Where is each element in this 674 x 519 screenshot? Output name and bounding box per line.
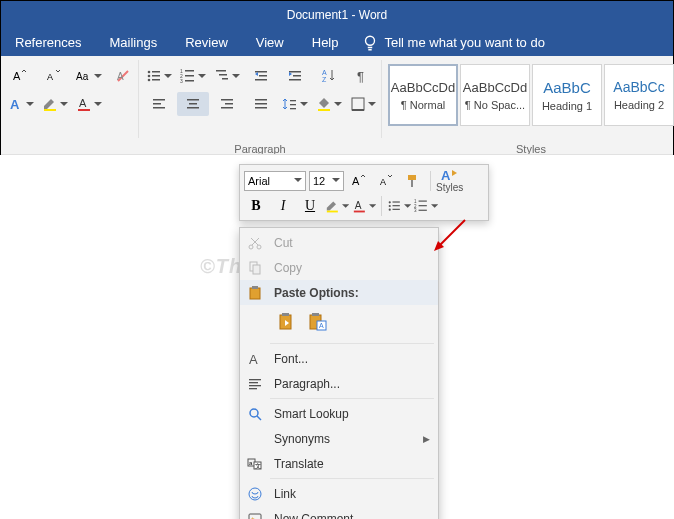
svg-text:A: A bbox=[355, 200, 362, 211]
svg-rect-37 bbox=[189, 103, 197, 105]
comment-icon: + bbox=[244, 510, 266, 520]
svg-rect-75 bbox=[250, 288, 260, 299]
svg-point-88 bbox=[250, 409, 258, 417]
copy-icon bbox=[244, 259, 266, 277]
tab-view[interactable]: View bbox=[242, 29, 298, 56]
cm-new-comment[interactable]: + New Comment bbox=[240, 506, 438, 519]
svg-text:A: A bbox=[352, 175, 360, 187]
svg-text:A: A bbox=[47, 72, 53, 82]
translate-icon: a文 bbox=[244, 455, 266, 473]
decrease-indent-button[interactable] bbox=[245, 64, 277, 88]
svg-rect-44 bbox=[255, 107, 267, 109]
tell-me-search[interactable]: Tell me what you want to do bbox=[383, 35, 545, 50]
cm-link[interactable]: Link bbox=[240, 481, 438, 506]
tab-mailings[interactable]: Mailings bbox=[95, 29, 171, 56]
svg-rect-6 bbox=[44, 109, 56, 111]
grow-font-button[interactable]: A bbox=[5, 64, 37, 88]
svg-rect-21 bbox=[216, 70, 226, 72]
mini-grow-font[interactable]: A bbox=[347, 170, 371, 192]
bullets-button[interactable] bbox=[143, 64, 175, 88]
svg-rect-54 bbox=[411, 180, 413, 187]
svg-rect-20 bbox=[185, 80, 194, 82]
mini-toolbar: Arial 12 A A A Styles B I U A 123 bbox=[239, 164, 489, 221]
document-area[interactable]: ©TheGeekPage.com Arial 12 A A A Styles B… bbox=[0, 155, 674, 519]
mini-format-painter[interactable] bbox=[401, 170, 425, 192]
paste-keep-source[interactable] bbox=[274, 309, 300, 335]
justify-button[interactable] bbox=[245, 92, 277, 116]
cm-paragraph[interactable]: Paragraph... bbox=[240, 371, 438, 396]
mini-bold[interactable]: B bbox=[244, 195, 268, 217]
font-color-button[interactable]: A bbox=[73, 92, 105, 116]
tab-help[interactable]: Help bbox=[298, 29, 353, 56]
svg-point-9 bbox=[148, 71, 151, 74]
style-no-spacing[interactable]: AaBbCcDd ¶ No Spac... bbox=[460, 64, 530, 126]
svg-rect-43 bbox=[255, 103, 267, 105]
mini-highlight[interactable] bbox=[325, 195, 349, 217]
tab-review[interactable]: Review bbox=[171, 29, 242, 56]
cm-cut[interactable]: Cut bbox=[240, 230, 438, 255]
cm-font[interactable]: A Font... bbox=[240, 346, 438, 371]
title-bar: Document1 - Word bbox=[0, 0, 674, 29]
paragraph-group-label: Paragraph bbox=[139, 143, 381, 155]
mini-underline[interactable]: U bbox=[298, 195, 322, 217]
text-effects-button[interactable]: A bbox=[5, 92, 37, 116]
mini-shrink-font[interactable]: A bbox=[374, 170, 398, 192]
cm-paste-options-header: Paste Options: bbox=[240, 280, 438, 305]
mini-numbering[interactable]: 123 bbox=[414, 195, 438, 217]
svg-text:Z: Z bbox=[322, 76, 327, 83]
sort-button[interactable]: AZ bbox=[313, 64, 345, 88]
search-icon bbox=[244, 405, 266, 423]
mini-bullets[interactable] bbox=[387, 195, 411, 217]
svg-rect-29 bbox=[289, 79, 301, 81]
svg-text:A: A bbox=[10, 97, 20, 112]
align-center-button[interactable] bbox=[177, 92, 209, 116]
svg-rect-62 bbox=[393, 205, 400, 206]
svg-text:A: A bbox=[249, 352, 258, 367]
numbering-button[interactable]: 123 bbox=[177, 64, 209, 88]
shading-button[interactable] bbox=[313, 92, 345, 116]
style-heading-1[interactable]: AaBbC Heading 1 bbox=[532, 64, 602, 126]
mini-font-name[interactable]: Arial bbox=[244, 171, 306, 191]
svg-text:A: A bbox=[441, 168, 451, 182]
cm-translate[interactable]: a文 Translate bbox=[240, 451, 438, 476]
borders-button[interactable] bbox=[347, 92, 379, 116]
line-spacing-button[interactable] bbox=[279, 92, 311, 116]
mini-styles-button[interactable]: A Styles bbox=[436, 168, 463, 193]
context-menu: Cut Copy Paste Options: A A Font... Para… bbox=[239, 227, 439, 519]
multilevel-list-button[interactable] bbox=[211, 64, 243, 88]
paragraph-group: 123 AZ ¶ Paragraph bbox=[139, 60, 382, 138]
increase-indent-button[interactable] bbox=[279, 64, 311, 88]
svg-rect-87 bbox=[249, 388, 257, 389]
clear-formatting-button[interactable]: A bbox=[107, 64, 139, 88]
mini-font-size[interactable]: 12 bbox=[309, 171, 344, 191]
svg-rect-84 bbox=[249, 379, 261, 380]
paste-text-only[interactable]: A bbox=[304, 309, 330, 335]
svg-text:+: + bbox=[251, 515, 255, 520]
change-case-button[interactable]: Aa bbox=[73, 64, 105, 88]
scissors-icon bbox=[244, 234, 266, 252]
svg-rect-28 bbox=[293, 75, 301, 77]
style-heading-2[interactable]: AaBbCc Heading 2 bbox=[604, 64, 674, 126]
mini-italic[interactable]: I bbox=[271, 195, 295, 217]
svg-rect-78 bbox=[282, 313, 289, 316]
align-left-button[interactable] bbox=[143, 92, 175, 116]
svg-text:A: A bbox=[117, 71, 124, 82]
shrink-font-button[interactable]: A bbox=[39, 64, 71, 88]
cm-synonyms[interactable]: Synonyms ▶ bbox=[240, 426, 438, 451]
svg-rect-45 bbox=[290, 100, 296, 101]
svg-rect-48 bbox=[318, 109, 330, 111]
align-right-button[interactable] bbox=[211, 92, 243, 116]
tab-references[interactable]: References bbox=[1, 29, 95, 56]
cm-copy[interactable]: Copy bbox=[240, 255, 438, 280]
mini-font-color[interactable]: A bbox=[352, 195, 376, 217]
font-icon: A bbox=[244, 350, 266, 368]
style-normal[interactable]: AaBbCcDd ¶ Normal bbox=[388, 64, 458, 126]
svg-text:¶: ¶ bbox=[357, 69, 364, 84]
svg-text:a: a bbox=[249, 460, 253, 466]
cm-smart-lookup[interactable]: Smart Lookup bbox=[240, 401, 438, 426]
highlight-button[interactable] bbox=[39, 92, 71, 116]
show-marks-button[interactable]: ¶ bbox=[347, 64, 379, 88]
svg-rect-74 bbox=[253, 265, 260, 274]
svg-point-61 bbox=[389, 205, 391, 207]
svg-rect-40 bbox=[225, 103, 233, 105]
